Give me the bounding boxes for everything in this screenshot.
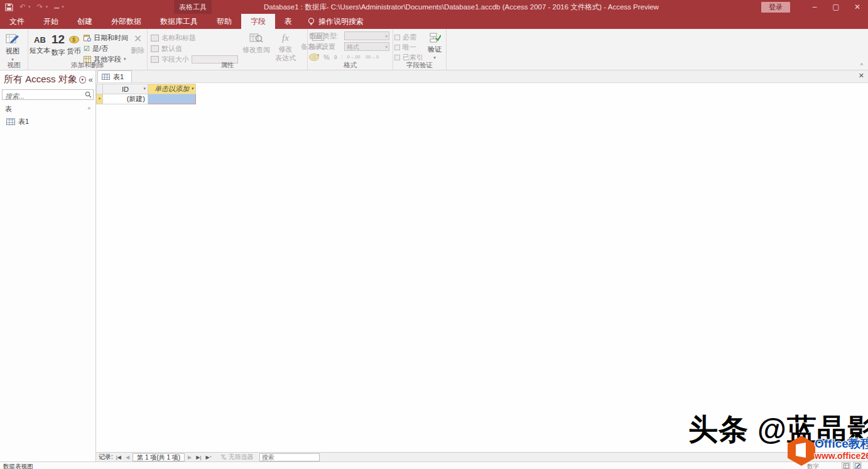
customize-qat-icon[interactable]: ▬ — [54, 4, 59, 10]
nav-section-tables[interactable]: 表 ^ — [0, 101, 95, 115]
column-dropdown-icon[interactable]: ▾ — [143, 86, 146, 91]
tab-create[interactable]: 创建 — [68, 14, 102, 29]
checkbox-icon — [394, 35, 400, 40]
nav-search-box[interactable] — [2, 89, 94, 100]
previous-record-icon[interactable]: ◀ — [124, 455, 131, 460]
design-view-button[interactable] — [853, 462, 862, 469]
close-document-icon[interactable]: ✕ — [859, 72, 864, 80]
nav-search-input[interactable] — [3, 92, 93, 101]
close-button[interactable]: ✕ — [847, 3, 868, 11]
maximize-button[interactable]: ▢ — [825, 3, 847, 11]
cell-id-new[interactable]: (新建) — [103, 94, 148, 104]
column-dropdown-icon[interactable]: ▾ — [191, 86, 193, 91]
checkbox-icon — [394, 55, 400, 60]
new-record-row: * (新建) — [97, 94, 196, 104]
table-icon — [6, 118, 15, 125]
tab-external-data[interactable]: 外部数据 — [102, 14, 151, 29]
access-window: ↶▾ ↷▾ ▬▾ 表格工具 Database1 : 数据库- C:\Users\… — [0, 0, 868, 469]
nav-item-table1[interactable]: 表1 — [0, 115, 95, 128]
undo-icon[interactable]: ↶ — [19, 3, 26, 11]
ribbon-group-add-delete: AB 短文本 12 数字 $ 货币 日期和时间 ☑ — [28, 29, 148, 70]
collapse-ribbon-icon[interactable]: ^ — [860, 62, 863, 69]
new-record-icon[interactable]: ▶* — [204, 455, 212, 460]
required-checkbox: 必需 — [394, 33, 423, 42]
lightbulb-icon — [308, 18, 315, 26]
window-title: Database1 : 数据库- C:\Users\Administrator\… — [264, 0, 616, 14]
yes-no-button[interactable]: ☑ 是/否 — [82, 43, 130, 53]
date-time-icon — [84, 35, 91, 41]
sign-in-button[interactable]: 登录 — [761, 2, 790, 13]
tell-me-search[interactable]: 操作说明搜索 — [301, 14, 370, 29]
record-navigation-bar: 记录: |◀ ◀ 第 1 项(共 1 项) ▶ ▶| ▶* 无筛选器 — [96, 452, 868, 461]
currency-icon: $ — [69, 36, 79, 43]
short-text-icon: AB — [34, 33, 46, 45]
validation-icon — [428, 33, 441, 43]
collapse-section-icon[interactable]: ^ — [88, 106, 90, 113]
row-selector[interactable]: * — [97, 94, 103, 104]
next-record-icon[interactable]: ▶ — [187, 455, 193, 460]
date-time-button[interactable]: 日期和时间 — [82, 33, 130, 43]
view-button[interactable]: 视图 ▾ — [1, 31, 24, 62]
tab-table[interactable]: 表 — [275, 14, 301, 29]
ribbon-group-validation: 必需 唯一 已索引 验证 ▾ 字段验证 — [393, 29, 447, 70]
filter-icon — [220, 454, 227, 460]
default-value-button: 默认值 — [149, 43, 240, 53]
checkbox-icon — [394, 45, 400, 50]
quick-access-toolbar: ↶▾ ↷▾ ▬▾ — [5, 0, 64, 14]
last-record-icon[interactable]: ▶| — [195, 455, 202, 460]
tab-help[interactable]: 帮助 — [207, 14, 241, 29]
record-search-box[interactable] — [259, 453, 320, 461]
redo-caret-icon[interactable]: ▾ — [46, 4, 48, 9]
modify-expression-button: fx 修改 表达式 — [273, 31, 298, 63]
nav-pane-header[interactable]: 所有 Access 对象 ▾ « — [0, 70, 95, 88]
data-type-select: ▾ — [344, 31, 389, 40]
column-header-id[interactable]: ID ▾ — [103, 84, 148, 94]
nav-menu-icon[interactable]: ▾ — [79, 76, 86, 84]
tab-home[interactable]: 开始 — [34, 14, 68, 29]
modify-lookups-button: 修改查阅 — [240, 31, 273, 55]
active-cell[interactable] — [148, 94, 196, 104]
customize-qat-caret-icon[interactable]: ▾ — [62, 4, 64, 9]
undo-caret-icon[interactable]: ▾ — [28, 4, 31, 9]
watermark-site-name: Office教程网 — [815, 437, 868, 451]
document-tab-strip: 表1 ✕ — [96, 70, 868, 83]
short-text-button[interactable]: AB 短文本 — [30, 31, 50, 55]
add-delete-small-buttons: 日期和时间 ☑ 是/否 其他字段 ▾ — [82, 31, 130, 64]
decrease-decimals-icon: .00→.0 — [364, 55, 379, 59]
unique-checkbox: 唯一 — [394, 43, 423, 52]
column-header-click-to-add[interactable]: 单击以添加 ▾ — [148, 84, 196, 94]
save-icon[interactable] — [5, 3, 13, 11]
status-view-label: 数据表视图 — [3, 463, 33, 469]
group-label-formatting: 格式 — [308, 61, 393, 70]
search-icon[interactable] — [85, 91, 92, 98]
record-search-input[interactable] — [260, 454, 319, 461]
validation-button[interactable]: 验证 ▾ — [425, 31, 445, 60]
watermark-site-url: www.office26.com — [815, 451, 868, 461]
num-lock-indicator: 数字 — [807, 463, 819, 469]
filter-indicator[interactable]: 无筛选器 — [220, 453, 254, 461]
validation-checkboxes: 必需 唯一 已索引 — [394, 31, 423, 62]
group-label-properties: 属性 — [148, 61, 307, 70]
shutter-bar-icon[interactable]: « — [89, 75, 93, 84]
tab-database-tools[interactable]: 数据库工具 — [151, 14, 207, 29]
default-value-icon — [151, 45, 159, 52]
currency-button[interactable]: $ 货币 — [66, 31, 82, 56]
datasheet-view-button[interactable] — [842, 462, 850, 469]
redo-icon[interactable]: ↷ — [37, 3, 43, 11]
tab-file[interactable]: 文件 — [0, 14, 34, 29]
record-position[interactable]: 第 1 项(共 1 项) — [133, 453, 185, 461]
increase-decimals-icon: .0→.00 — [342, 55, 361, 59]
name-caption-icon — [151, 35, 159, 41]
tab-fields[interactable]: 字段 — [241, 14, 275, 29]
minimize-button[interactable]: – — [804, 3, 825, 11]
first-record-icon[interactable]: |◀ — [115, 455, 122, 460]
number-icon: 12 — [52, 33, 65, 47]
document-tab-table1[interactable]: 表1 — [97, 70, 132, 82]
data-type-row: 数据类型: ▾ — [309, 31, 389, 41]
select-all-corner[interactable] — [97, 84, 103, 94]
window-controls: 登录 – ▢ ✕ — [761, 0, 868, 14]
number-button[interactable]: 12 数字 — [50, 31, 66, 57]
apply-currency-icon: $ — [309, 53, 319, 61]
delete-icon: ✕ — [134, 33, 142, 45]
main-area: 所有 Access 对象 ▾ « 表 ^ 表1 — [0, 70, 868, 461]
